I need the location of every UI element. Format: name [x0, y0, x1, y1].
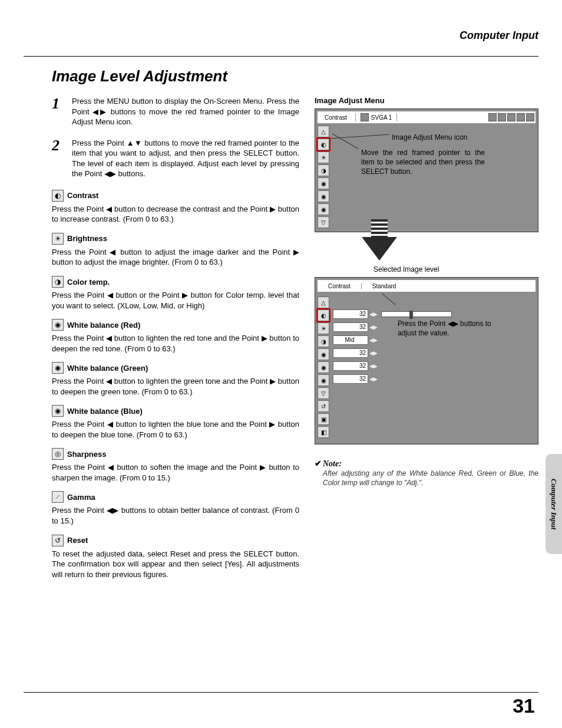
left-column: 1 Press the MENU button to display the O…	[52, 96, 299, 579]
callout-text: Image Adjust Menu icon	[392, 133, 467, 142]
color-temp-icon: ◑	[52, 276, 64, 288]
down-arrow-icon	[362, 237, 397, 261]
item-body: Press the Point ◀ button to adjust the i…	[52, 247, 299, 268]
adjust-arrows-icon: ◀▶	[369, 337, 378, 343]
scroll-up-icon: △	[318, 126, 329, 137]
item-title: Gamma	[67, 493, 95, 502]
item-title: Contrast	[67, 191, 98, 200]
step-number: 2	[52, 138, 64, 179]
item-title: White balance (Blue)	[67, 407, 143, 416]
menu-item-icon: ☀	[318, 322, 329, 334]
page-number: 31	[513, 694, 535, 717]
menu-item-icon: ◑	[318, 164, 329, 176]
value-box: 32	[333, 309, 368, 319]
value-box: 32	[333, 361, 368, 371]
scroll-down-icon: ▽	[318, 216, 329, 228]
item-body: Press the Point ◀▶ buttons to obtain bet…	[52, 505, 299, 526]
item-body: Press the Point ◀ button to decrease the…	[52, 204, 299, 225]
right-heading: Image Adjust Menu	[315, 96, 538, 105]
step-text: Press the MENU button to display the On-…	[72, 96, 299, 127]
adjust-arrows-icon: ◀▶	[369, 363, 378, 369]
top-icon	[526, 113, 534, 121]
item-body: To reset the adjusted data, select Reset…	[52, 549, 299, 580]
check-icon: ✔	[315, 459, 322, 468]
item-contrast: ◐ Contrast Press the Point ◀ button to d…	[52, 190, 299, 225]
menu-item-icon: ☀	[318, 151, 329, 163]
contrast-icon: ◐	[52, 190, 64, 202]
mode-label: SVGA 1	[371, 114, 392, 121]
brightness-icon: ☀	[52, 233, 64, 245]
menu-item-icon: ◉	[318, 203, 329, 215]
top-icon	[517, 113, 525, 121]
callout-text: Move the red framed pointer to the item …	[361, 148, 485, 177]
menu-label: Contrast	[319, 114, 353, 121]
item-wb-green: ◉ White balance (Green) Press the Point …	[52, 362, 299, 397]
item-wb-blue: ◉ White balance (Blue) Press the Point ◀…	[52, 405, 299, 440]
top-icon	[488, 113, 497, 121]
wb-red-icon: ◉	[52, 319, 64, 331]
wb-green-icon: ◉	[52, 362, 64, 374]
menu-screenshot-1: Contrast SVGA 1 △ ◐ ☀ ◑ ◉	[315, 108, 538, 232]
note-heading: Note:	[323, 459, 342, 468]
section-header: Computer Input	[24, 29, 538, 42]
adjust-arrows-icon: ◀▶	[369, 350, 378, 356]
step-text: Press the Point ▲▼ buttons to move the r…	[72, 138, 299, 179]
store-menu-icon: ▣	[318, 413, 329, 425]
item-gamma: ⟋ Gamma Press the Point ◀▶ buttons to ob…	[52, 491, 299, 526]
page-title: Image Level Adjustment	[52, 67, 538, 85]
selected-level-label: Selected Image level	[373, 265, 538, 274]
menu-item-icon: ◉	[318, 177, 329, 189]
item-sharpness: ◎ Sharpness Press the Point ◀ button to …	[52, 448, 299, 483]
menu2-label-a: Contrast	[318, 283, 361, 289]
gamma-icon: ⟋	[52, 491, 64, 503]
item-wb-red: ◉ White balance (Red) Press the Point ◀ …	[52, 319, 299, 354]
mode-icon	[361, 113, 369, 121]
adjust-arrows-icon: ◀▶	[369, 324, 378, 330]
item-color-temp: ◑ Color temp. Press the Point ◀ button o…	[52, 276, 299, 311]
item-brightness: ☀ Brightness Press the Point ◀ button to…	[52, 233, 299, 268]
menu-item-icon: ◐	[318, 309, 329, 321]
reset-icon: ↺	[52, 535, 64, 546]
item-body: Press the Point ◀ button to lighten the …	[52, 333, 299, 354]
item-title: White balance (Green)	[67, 364, 148, 373]
item-reset: ↺ Reset To reset the adjusted data, sele…	[52, 535, 299, 580]
wb-blue-icon: ◉	[52, 405, 64, 417]
item-body: Press the Point ◀ button to lighten the …	[52, 376, 299, 397]
leader-line	[332, 134, 358, 149]
menu-item-icon: ◉	[318, 190, 329, 202]
reset-menu-icon: ↺	[318, 400, 329, 412]
menu-item-icon: ◉	[318, 374, 329, 386]
scroll-up-icon: △	[318, 297, 329, 308]
scroll-down-icon: ▽	[318, 387, 329, 399]
note-block: ✔Note: After adjusting any of the White …	[315, 459, 538, 487]
menu-item-icon: ◐	[318, 139, 329, 150]
top-icon	[498, 113, 506, 121]
note-body: After adjusting any of the White balance…	[315, 469, 538, 487]
item-title: White balance (Red)	[67, 321, 140, 330]
side-tab-label: Computer Input	[549, 479, 558, 529]
adjust-arrows-icon: ◀▶	[369, 376, 378, 382]
header-rule	[24, 56, 538, 57]
value-box: 32	[333, 348, 368, 358]
footer-rule	[24, 692, 538, 693]
item-body: Press the Point ◀ button to lighten the …	[52, 419, 299, 440]
item-title: Sharpness	[67, 450, 106, 459]
top-icon	[507, 113, 515, 121]
item-body: Press the Point ◀ button to soften the i…	[52, 462, 299, 483]
menu2-label-b: Standard	[361, 283, 407, 289]
exit-menu-icon: ◧	[318, 426, 329, 438]
step-2: 2 Press the Point ▲▼ buttons to move the…	[52, 138, 299, 179]
item-title: Color temp.	[67, 278, 110, 286]
value-slider	[381, 311, 452, 317]
adjust-arrows-icon: ◀▶	[369, 311, 378, 317]
item-title: Brightness	[67, 234, 107, 243]
menu-item-icon: ◉	[318, 348, 329, 360]
menu-item-icon: ◑	[318, 335, 329, 347]
step-1: 1 Press the MENU button to display the O…	[52, 96, 299, 127]
item-title: Reset	[67, 536, 88, 545]
callout-text: Press the Point ◀▶ buttons to adjust the…	[398, 319, 498, 338]
menu-screenshot-2: Contrast Standard △ ◐ ☀ ◑ ◉ ◉ ◉ ▽ ↺ ▣	[315, 277, 538, 444]
menu-item-icon: ◉	[318, 361, 329, 373]
right-column: Image Adjust Menu Contrast SVGA 1 △ ◐	[315, 96, 538, 579]
item-body: Press the Point ◀ button or the Point ▶ …	[52, 290, 299, 311]
